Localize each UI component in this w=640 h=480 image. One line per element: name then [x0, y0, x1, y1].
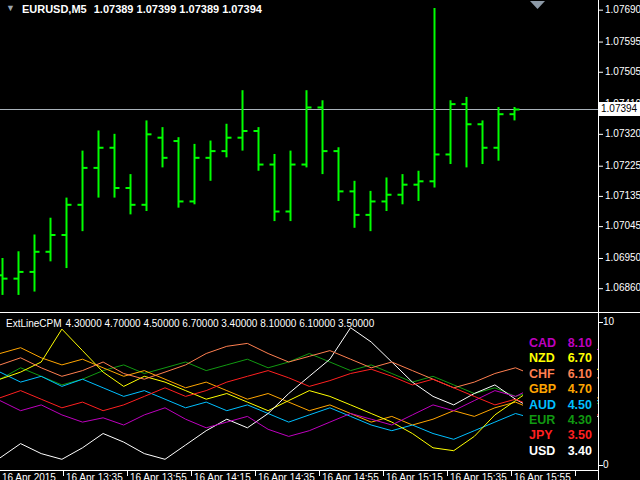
- indicator-axis-label: 10: [603, 316, 614, 328]
- price-axis-label: 1.07225: [605, 160, 640, 172]
- price-axis-label: 1.07505: [605, 66, 640, 78]
- legend-currency-value: 4.30: [568, 413, 592, 428]
- legend-currency-value: 6.10: [568, 367, 592, 382]
- legend-currency-value: 6.70: [568, 351, 592, 366]
- time-axis-label: 16 Apr 14:55: [322, 472, 379, 480]
- price-axis-label: 1.07690: [605, 4, 640, 16]
- legend-currency-value: 8.10: [568, 336, 592, 351]
- ohlc-bar: [158, 127, 168, 167]
- chart-title: ▼ EURUSD,M5 1.07389 1.07399 1.07389 1.07…: [6, 2, 262, 15]
- symbol-dropdown-icon[interactable]: ▼: [6, 2, 15, 15]
- price-axis-label: 1.07135: [605, 190, 640, 202]
- ohlc-bar: [78, 151, 88, 232]
- legend-currency-code: EUR: [529, 413, 555, 428]
- indicator-axis-label: 0: [603, 459, 609, 471]
- indicator-line-chf: [0, 343, 598, 387]
- ohlc-bar: [14, 251, 24, 295]
- ohlc-bar: [94, 130, 104, 197]
- ohlc-bar: [190, 144, 200, 204]
- time-axis-label: 16 Apr 13:55: [130, 472, 187, 480]
- price-axis-label: 1.07595: [605, 36, 640, 48]
- legend-currency-code: CAD: [529, 336, 556, 351]
- indicator-name-label: ExtLineCPM: [6, 318, 62, 329]
- ohlc-bar: [206, 141, 216, 181]
- time-axis-label: 16 Apr 14:15: [194, 472, 251, 480]
- ohlc-bar: [254, 127, 264, 171]
- time-axis-label: 16 Apr 2015: [2, 472, 56, 480]
- legend-currency-value: 3.40: [568, 444, 592, 459]
- ohlc-bar: [494, 107, 504, 161]
- time-axis-label: 16 Apr 15:15: [386, 472, 443, 480]
- mt4-chart-window: ▼ EURUSD,M5 1.07389 1.07399 1.07389 1.07…: [0, 0, 640, 480]
- ohlc-bar: [382, 177, 392, 211]
- price-axis-label: 1.07045: [605, 220, 640, 232]
- ohlc-bar: [0, 258, 8, 295]
- ohlc-bar: [366, 191, 376, 231]
- price-axis-label: 1.06860: [605, 282, 640, 294]
- ohlc-bar: [238, 90, 248, 150]
- legend-row-aud: AUD4.50: [523, 398, 597, 413]
- ohlc-bar: [398, 174, 408, 204]
- ohlc-bar: [222, 124, 232, 158]
- ohlc-bar: [174, 137, 184, 207]
- ohlc-quote-label: 1.07389 1.07399 1.07389 1.07394: [94, 3, 262, 15]
- ohlc-bar: [46, 218, 56, 262]
- ohlc-bar: [318, 100, 328, 174]
- ohlc-bar: [430, 8, 440, 188]
- ohlc-bar: [478, 120, 488, 164]
- legend-row-gbp: GBP4.70: [523, 382, 597, 397]
- ohlc-bar: [30, 235, 40, 292]
- legend-currency-code: CHF: [529, 367, 555, 382]
- legend-row-jpy: JPY3.50: [523, 428, 597, 443]
- ohlc-bar: [414, 171, 424, 201]
- indicator-params-label: 4.30000 4.70000 4.50000 6.70000 3.40000 …: [66, 318, 375, 329]
- time-axis-label: 16 Apr 13:35: [66, 472, 123, 480]
- symbol-period-label: EURUSD,M5: [22, 3, 87, 15]
- ohlc-bar: [286, 151, 296, 221]
- price-axis-label: 1.07320: [605, 128, 640, 140]
- ohlc-bar: [110, 134, 120, 198]
- legend-currency-code: NZD: [529, 351, 555, 366]
- ohlc-bar: [62, 198, 72, 268]
- legend-currency-value: 4.70: [568, 382, 592, 397]
- currency-strength-legend: CAD8.10NZD6.70CHF6.10GBP4.70AUD4.50EUR4.…: [523, 336, 597, 461]
- legend-currency-value: 3.50: [568, 428, 592, 443]
- ohlc-bar: [126, 174, 136, 214]
- legend-row-usd: USD3.40: [523, 444, 597, 459]
- time-axis-label: 16 Apr 15:35: [450, 472, 507, 480]
- legend-currency-code: USD: [529, 444, 555, 459]
- legend-row-chf: CHF6.10: [523, 367, 597, 382]
- time-axis-label: 16 Apr 15:55: [514, 472, 571, 480]
- chart-shift-marker-icon[interactable]: [530, 1, 545, 9]
- legend-row-eur: EUR4.30: [523, 413, 597, 428]
- legend-row-cad: CAD8.10: [523, 336, 597, 351]
- legend-row-nzd: NZD6.70: [523, 351, 597, 366]
- legend-currency-code: AUD: [529, 398, 556, 413]
- current-price-badge: 1.07394: [599, 102, 640, 116]
- time-axis-label: 16 Apr 14:35: [258, 472, 315, 480]
- indicator-line-nzd: [0, 329, 598, 451]
- ohlc-bar: [334, 147, 344, 201]
- ohlc-bar: [462, 97, 472, 167]
- price-axis-label: 1.06950: [605, 252, 640, 264]
- ohlc-bar: [142, 120, 152, 211]
- ohlc-bar: [270, 154, 280, 221]
- ohlc-bar: [350, 181, 360, 228]
- legend-currency-value: 4.50: [568, 398, 592, 413]
- legend-currency-code: JPY: [529, 428, 553, 443]
- ohlc-bar: [302, 90, 312, 167]
- legend-currency-code: GBP: [529, 382, 556, 397]
- indicator-header: ExtLineCPM4.30000 4.70000 4.50000 6.7000…: [6, 318, 378, 329]
